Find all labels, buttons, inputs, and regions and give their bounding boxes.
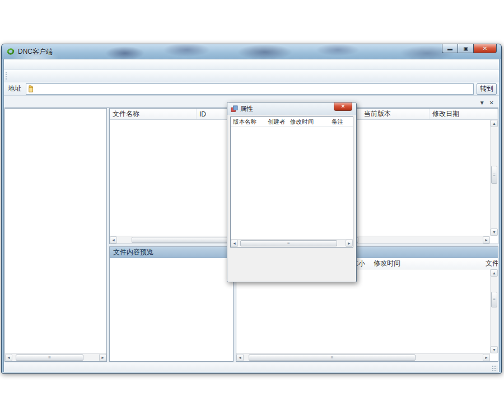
status-bar (4, 362, 498, 372)
window-controls: ▬ ▣ ✕ (442, 44, 497, 53)
col-modify-date[interactable]: 修改日期 (430, 109, 498, 119)
scroll-left-icon[interactable]: ◄ (5, 354, 12, 361)
tabstrip-close-icon[interactable]: ✕ (489, 100, 494, 106)
col-remark[interactable]: 备注 (329, 118, 353, 126)
minimize-button[interactable]: ▬ (442, 44, 458, 53)
window-title: DNC客户端 (18, 47, 53, 57)
col-file-name[interactable]: 文件名称 (110, 109, 197, 119)
dialog-title-bar[interactable]: 属性 ✕ (227, 102, 356, 115)
preview-content (110, 258, 233, 361)
address-label: 地址 (6, 84, 23, 94)
tree-hscrollbar[interactable]: ◄ ≡ ► (5, 353, 106, 361)
col-version-name[interactable]: 版本名称 (231, 118, 265, 126)
col-modified-time[interactable]: 修改时间 (288, 118, 329, 126)
dialog-hscrollbar[interactable]: ◄ ≡ ► (231, 239, 353, 247)
toolbar (4, 70, 499, 82)
attachments-vscrollbar[interactable]: ▲ ≡ ▼ (490, 269, 498, 353)
file-table-vscrollbar[interactable]: ▲ ≡ ▼ (490, 120, 498, 236)
scroll-right-icon[interactable]: ► (99, 354, 106, 361)
file-content-preview-panel: 文件内容预览 (109, 246, 234, 362)
preview-title: 文件内容预览 (110, 247, 233, 258)
scroll-right-icon[interactable]: ► (346, 240, 353, 247)
maximize-button[interactable]: ▣ (458, 44, 473, 53)
properties-icon (231, 105, 238, 113)
address-bar: 地址 转到 (4, 82, 499, 96)
tabstrip-dropdown-icon[interactable]: ▼ (479, 100, 485, 106)
scroll-up-icon[interactable]: ▲ (491, 269, 498, 277)
address-folder-icon (28, 85, 36, 93)
title-bar[interactable]: DNC客户端 ▬ ▣ ✕ (2, 44, 501, 59)
server-tree (5, 109, 106, 353)
scroll-left-icon[interactable]: ◄ (236, 354, 244, 361)
version-list-header[interactable]: 版本名称 创建者 修改时间 备注 (231, 117, 353, 127)
properties-dialog: 属性 ✕ 版本名称 创建者 修改时间 备注 ◄ ≡ ► (227, 102, 357, 282)
col-id[interactable]: ID (197, 109, 230, 119)
scroll-right-icon[interactable]: ► (483, 236, 490, 244)
server-tree-panel: ◄ ≡ ► (4, 108, 107, 362)
dialog-close-button[interactable]: ✕ (334, 102, 352, 111)
desktop: DNC客户端 ▬ ▣ ✕ 地址 转到 (0, 0, 504, 420)
col-creator[interactable]: 创建者 (265, 118, 288, 126)
version-list: 版本名称 创建者 修改时间 备注 ◄ ≡ ► (230, 116, 353, 248)
go-button[interactable]: 转到 (477, 83, 497, 95)
scroll-up-icon[interactable]: ▲ (491, 120, 498, 127)
dialog-buttons (227, 248, 356, 253)
attachments-body: ▲ ≡ ▼ ◄ ≡ ► (236, 269, 498, 361)
scroll-right-icon[interactable]: ► (483, 354, 490, 361)
col-attach-modified[interactable]: 修改时间 (371, 259, 483, 268)
scroll-left-icon[interactable]: ◄ (231, 240, 238, 247)
dialog-title: 属性 (240, 105, 253, 113)
col-attach-file[interactable]: 文件(& (483, 259, 498, 268)
scroll-down-icon[interactable]: ▼ (491, 346, 498, 353)
attachments-hscrollbar[interactable]: ◄ ≡ ► (236, 353, 490, 361)
scroll-left-icon[interactable]: ◄ (110, 236, 117, 244)
breadcrumb-bar[interactable] (26, 83, 474, 95)
close-button[interactable]: ✕ (473, 44, 497, 53)
app-icon (6, 47, 15, 56)
resize-grip[interactable] (492, 365, 497, 371)
menu-bar (4, 59, 499, 70)
col-current-version[interactable]: 当前版本 (361, 109, 430, 119)
scroll-down-icon[interactable]: ▼ (491, 228, 498, 236)
